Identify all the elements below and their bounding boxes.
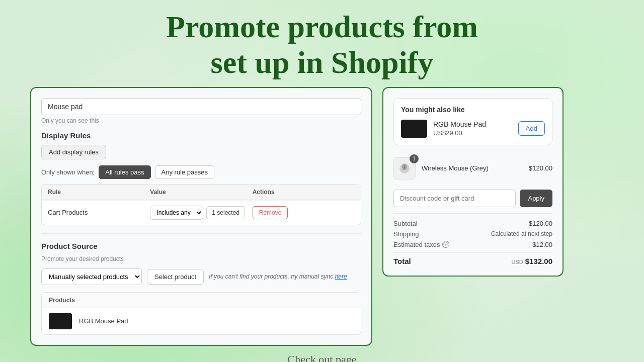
- source-select[interactable]: Manually selected products Collections T…: [41, 268, 142, 285]
- rules-table-header: Rule Value Actions: [42, 185, 361, 200]
- order-summary: Subtotal $120.00 Shipping Calculated at …: [393, 213, 552, 265]
- subtotal-row: Subtotal $120.00: [393, 220, 552, 227]
- products-list-header: Products: [42, 293, 361, 308]
- rule-cell: Cart Products: [48, 209, 150, 216]
- divider: [41, 233, 361, 234]
- checkout-page-label: Check out page: [0, 353, 644, 362]
- upsell-product-name: RGB Mouse Pad: [433, 120, 512, 128]
- total-value: USD$132.00: [512, 257, 552, 265]
- product-name: RGB Mouse Pad: [79, 317, 128, 325]
- col-value: Value: [150, 189, 252, 196]
- left-panel: Only you can see this Display Rules Add …: [30, 87, 372, 346]
- apply-button[interactable]: Apply: [520, 190, 552, 207]
- discount-row: Apply: [393, 190, 552, 207]
- subtotal-value: $120.00: [529, 220, 552, 227]
- remove-button[interactable]: Remove: [253, 206, 288, 219]
- taxes-row: Estimated taxes ⓘ $12.00: [393, 241, 552, 248]
- upsell-product-price: US$29.00: [433, 129, 512, 137]
- rules-table: Rule Value Actions Cart Products Include…: [41, 184, 361, 225]
- product-thumbnail-image: [49, 313, 72, 329]
- cart-item-price: $120.00: [529, 164, 552, 172]
- widget-name-input[interactable]: [41, 98, 361, 115]
- table-row: Cart Products Includes any 1 selected Re…: [42, 200, 361, 225]
- product-source-section: Product Source Promote your desired prod…: [41, 242, 361, 335]
- products-list-box: Products RGB Mouse Pad: [41, 292, 361, 335]
- taxes-label: Estimated taxes ⓘ: [393, 241, 449, 248]
- any-rule-passes-button[interactable]: Any rule passes: [155, 165, 215, 179]
- product-source-title: Product Source: [41, 242, 361, 250]
- product-source-controls: Manually selected products Collections T…: [41, 268, 361, 285]
- value-cell: Includes any 1 selected: [150, 206, 252, 220]
- upsell-card: You might also like RGB Mouse Pad US$29.…: [393, 98, 552, 145]
- selected-badge: 1 selected: [206, 206, 245, 219]
- select-product-button[interactable]: Select product: [147, 269, 204, 285]
- display-rules-title: Display Rules: [41, 131, 361, 140]
- quantity-badge: 1: [410, 154, 419, 163]
- upsell-product-thumbnail: [401, 120, 427, 138]
- upsell-title: You might also like: [401, 106, 545, 114]
- cart-item-row: 1 Wireless Mouse (Grey) $120.00: [393, 153, 552, 184]
- manual-sync-link[interactable]: here: [335, 273, 347, 280]
- shipping-label: Shipping: [393, 230, 419, 238]
- subtotal-label: Subtotal: [393, 220, 418, 227]
- all-rules-pass-button[interactable]: All rules pass: [99, 165, 150, 179]
- upsell-add-button[interactable]: Add: [518, 121, 545, 136]
- includes-select[interactable]: Includes any: [150, 206, 203, 220]
- cart-thumbnail-wrapper: 1: [393, 157, 416, 179]
- only-you-label: Only you can see this: [41, 117, 361, 124]
- list-item: RGB Mouse Pad: [42, 308, 361, 334]
- info-icon: ⓘ: [442, 241, 449, 248]
- svg-rect-2: [404, 165, 405, 169]
- add-display-rules-button[interactable]: Add display rules: [41, 145, 106, 159]
- col-actions: Actions: [253, 189, 355, 196]
- upsell-item: RGB Mouse Pad US$29.00 Add: [401, 120, 545, 138]
- product-source-subtitle: Promote your desired products: [41, 255, 361, 262]
- total-label: Total: [393, 257, 411, 265]
- right-panel: You might also like RGB Mouse Pad US$29.…: [382, 87, 564, 277]
- discount-input[interactable]: [393, 190, 516, 207]
- upsell-info: RGB Mouse Pad US$29.00: [433, 120, 512, 137]
- actions-cell: Remove: [253, 206, 355, 219]
- total-currency: USD: [512, 259, 523, 265]
- manual-sync-text: If you can't find your products, try man…: [209, 273, 347, 280]
- taxes-value: $12.00: [532, 241, 552, 248]
- page-header: Promote products from set up in Shopify: [0, 0, 644, 87]
- col-rule: Rule: [48, 189, 150, 196]
- rules-filter-row: Only shown when: All rules pass Any rule…: [41, 165, 361, 179]
- cart-item-name: Wireless Mouse (Grey): [422, 164, 523, 172]
- shipping-row: Shipping Calculated at next step: [393, 230, 552, 238]
- total-row: Total USD$132.00: [393, 252, 552, 265]
- shipping-value: Calculated at next step: [491, 230, 552, 238]
- header-title: Promote products from set up in Shopify: [0, 9, 644, 81]
- filter-label: Only shown when:: [41, 168, 95, 176]
